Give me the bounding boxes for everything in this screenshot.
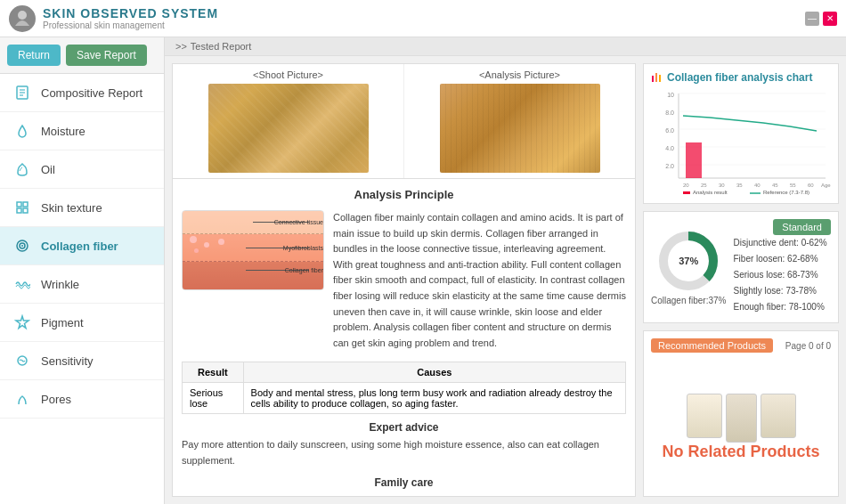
chart-svg: 10 8.0 6.0 4.0 2.0 20 25 bbox=[651, 89, 831, 196]
legend-item-2: Serious lose: 68-73% bbox=[734, 267, 832, 283]
title-bar: SKIN OBSERVED SYSTEM Professional skin m… bbox=[0, 0, 846, 37]
donut-chart: 37% bbox=[657, 230, 720, 292]
analysis-diagram: Connective tissue Myofibroblasts Collage… bbox=[182, 210, 626, 351]
svg-text:40: 40 bbox=[754, 183, 761, 188]
images-row: <Shoot Picture> <Analysis Picture> bbox=[173, 64, 635, 179]
svg-text:Age: Age bbox=[821, 183, 831, 188]
svg-text:6.0: 6.0 bbox=[665, 127, 674, 134]
sidebar-label-collagen: Collagen fiber bbox=[41, 240, 118, 253]
svg-point-0 bbox=[18, 11, 27, 20]
pores-icon bbox=[12, 389, 32, 409]
donut-right: Standard Disjunctive dent: 0-62% Fiber l… bbox=[734, 219, 832, 315]
svg-text:60: 60 bbox=[808, 183, 814, 188]
svg-text:2.0: 2.0 bbox=[665, 163, 674, 169]
standard-button[interactable]: Standard bbox=[773, 219, 831, 235]
collagen-icon bbox=[12, 236, 32, 256]
shoot-picture-col: <Shoot Picture> bbox=[173, 64, 404, 178]
svg-rect-14 bbox=[655, 73, 657, 82]
products-page: Page 0 of 0 bbox=[785, 341, 831, 351]
document-icon bbox=[12, 83, 32, 102]
sidebar-item-moisture[interactable]: Moisture bbox=[0, 112, 164, 150]
product-image-1 bbox=[687, 394, 722, 438]
donut-percentage: 37% bbox=[657, 230, 720, 292]
analysis-picture-col: <Analysis Picture> bbox=[404, 64, 635, 178]
product-image-3 bbox=[761, 394, 796, 438]
sidebar-item-wrinkle[interactable]: Wrinkle bbox=[0, 265, 164, 304]
causes-header: Causes bbox=[243, 362, 625, 383]
svg-rect-13 bbox=[652, 76, 654, 82]
sidebar-item-skin-texture[interactable]: Skin texture bbox=[0, 189, 164, 227]
sidebar-item-oil[interactable]: Oil bbox=[0, 150, 164, 189]
analysis-picture bbox=[440, 84, 600, 173]
svg-text:55: 55 bbox=[790, 183, 796, 188]
sidebar-label-pigment: Pigment bbox=[41, 316, 84, 329]
analysis-principle-text: Collagen fiber mainly contain collagen a… bbox=[333, 210, 626, 351]
sidebar-item-collagen[interactable]: Collagen fiber bbox=[0, 227, 164, 265]
causes-value: Body and mental stress, plus long term b… bbox=[243, 383, 625, 414]
svg-rect-7 bbox=[17, 208, 21, 213]
wave-icon bbox=[12, 274, 32, 294]
sidebar-label-moisture: Moisture bbox=[41, 125, 85, 138]
oil-icon bbox=[12, 159, 32, 179]
svg-rect-38 bbox=[683, 191, 690, 194]
svg-rect-37 bbox=[686, 142, 702, 178]
shoot-picture bbox=[208, 84, 369, 173]
app-name-group: SKIN OBSERVED SYSTEM Professional skin m… bbox=[43, 6, 218, 30]
sidebar-label-sensitivity: Sensitivity bbox=[41, 354, 94, 368]
no-products-text: No Related Products bbox=[662, 443, 819, 461]
window-controls: — ✕ bbox=[805, 12, 837, 26]
main-layout: Return Save Report Compositive Report Mo… bbox=[0, 37, 846, 504]
svg-rect-6 bbox=[23, 202, 28, 207]
drop-icon bbox=[12, 121, 32, 141]
breadcrumb: >> Tested Report bbox=[165, 37, 846, 56]
sidebar-label-skin-texture: Skin texture bbox=[41, 201, 102, 215]
right-panel: Collagen fiber analysis chart 10 8.0 bbox=[643, 63, 839, 497]
svg-text:4.0: 4.0 bbox=[665, 145, 674, 151]
sidebar-label-pores: Pores bbox=[41, 393, 71, 406]
sidebar-item-pigment[interactable]: Pigment bbox=[0, 304, 164, 342]
minimize-button[interactable]: — bbox=[805, 12, 819, 26]
svg-text:35: 35 bbox=[736, 183, 743, 188]
products-card: Recommended Products Page 0 of 0 No Rela… bbox=[643, 330, 839, 497]
sidebar-toolbar: Return Save Report bbox=[0, 37, 164, 74]
close-button[interactable]: ✕ bbox=[823, 12, 837, 26]
table-row: Serious lose Body and mental stress, plu… bbox=[183, 383, 626, 414]
content-area: >> Tested Report <Shoot Picture> <Analys… bbox=[165, 37, 846, 504]
chart-title: Collagen fiber analysis chart bbox=[651, 71, 831, 84]
svg-rect-15 bbox=[659, 75, 661, 82]
analysis-scroll[interactable]: Analysis Principle bbox=[173, 179, 635, 496]
legend-item-3: Slightly lose: 73-78% bbox=[734, 283, 832, 299]
breadcrumb-arrows: >> bbox=[175, 41, 187, 52]
result-value: Serious lose bbox=[183, 383, 244, 414]
products-header: Recommended Products Page 0 of 0 bbox=[651, 338, 831, 353]
analysis-principle-title: Analysis Principle bbox=[182, 188, 626, 201]
svg-text:45: 45 bbox=[772, 183, 778, 188]
sidebar-items: Compositive Report Moisture Oil bbox=[0, 74, 164, 504]
chart-card: Collagen fiber analysis chart 10 8.0 bbox=[643, 63, 839, 204]
breadcrumb-text: Tested Report bbox=[191, 41, 251, 52]
donut-legend: Disjunctive dent: 0-62% Fiber loosen: 62… bbox=[734, 223, 832, 315]
app-subtitle: Professional skin management bbox=[43, 20, 218, 30]
content-body: <Shoot Picture> <Analysis Picture> Analy… bbox=[165, 56, 846, 504]
svg-rect-5 bbox=[17, 202, 21, 207]
family-text: Eat more food with collagen such as sea-… bbox=[182, 492, 626, 496]
logo bbox=[9, 5, 36, 32]
sensitivity-icon bbox=[12, 351, 32, 370]
svg-text:30: 30 bbox=[719, 183, 725, 188]
svg-text:25: 25 bbox=[701, 183, 707, 188]
sidebar-item-compositive[interactable]: Compositive Report bbox=[0, 74, 164, 112]
legend-item-1: Fiber loosen: 62-68% bbox=[734, 251, 832, 267]
sidebar-item-pores[interactable]: Pores bbox=[0, 380, 164, 419]
legend-item-4: Enough fiber: 78-100% bbox=[734, 299, 832, 315]
save-report-button[interactable]: Save Report bbox=[66, 45, 147, 66]
svg-text:20: 20 bbox=[683, 183, 689, 188]
product-image-2 bbox=[726, 394, 757, 443]
sidebar-label-wrinkle: Wrinkle bbox=[41, 278, 79, 291]
sidebar-label-compositive: Compositive Report bbox=[41, 86, 142, 100]
svg-point-11 bbox=[21, 245, 23, 247]
grid-icon bbox=[12, 198, 32, 217]
svg-text:8.0: 8.0 bbox=[665, 110, 674, 116]
sidebar-item-sensitivity[interactable]: Sensitivity bbox=[0, 342, 164, 380]
return-button[interactable]: Return bbox=[7, 45, 61, 66]
family-title: Family care bbox=[182, 476, 626, 489]
